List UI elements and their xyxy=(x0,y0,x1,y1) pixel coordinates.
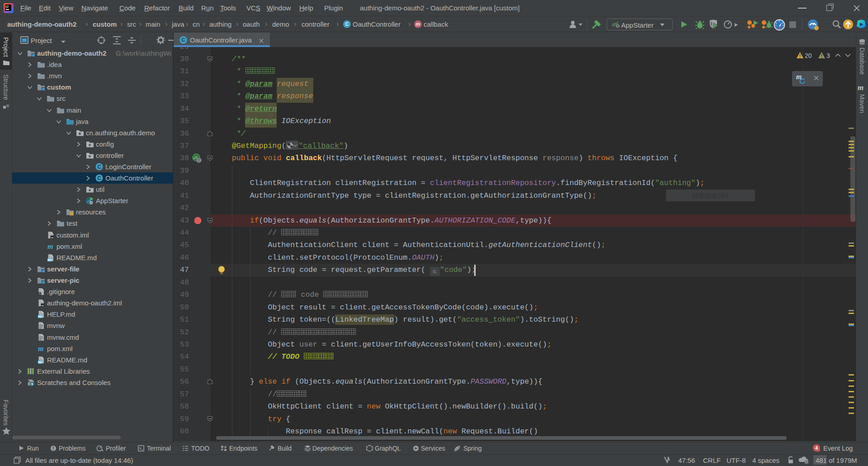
svg-text:m: m xyxy=(47,243,53,250)
svg-text:MD: MD xyxy=(38,361,42,364)
svg-text:MD: MD xyxy=(38,315,42,318)
svg-text:MD: MD xyxy=(47,258,52,262)
svg-text:C: C xyxy=(97,175,101,181)
svg-text:m: m xyxy=(38,345,43,352)
svg-text:C: C xyxy=(97,164,101,170)
